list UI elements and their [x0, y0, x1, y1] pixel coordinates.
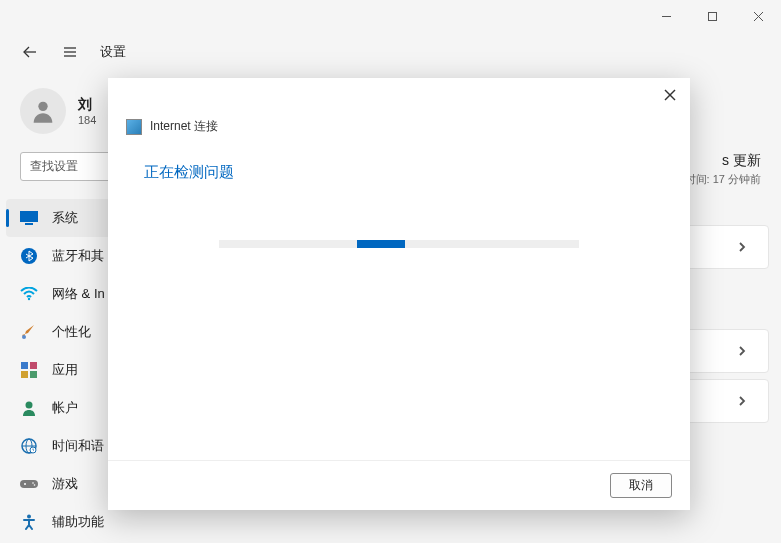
- account-icon: [20, 399, 38, 417]
- window-maximize-button[interactable]: [689, 0, 735, 32]
- dialog-status-text: 正在检测问题: [108, 141, 690, 182]
- window-minimize-button[interactable]: [643, 0, 689, 32]
- svg-rect-16: [21, 371, 28, 378]
- dialog-footer: 取消: [108, 460, 690, 510]
- system-icon: [20, 209, 38, 227]
- wifi-icon: [20, 285, 38, 303]
- globe-icon: [20, 437, 38, 455]
- page-title: 设置: [100, 43, 126, 61]
- sidebar-item-label: 网络 & In: [52, 285, 105, 303]
- chevron-right-icon: [736, 395, 748, 407]
- chevron-right-icon: [736, 345, 748, 357]
- apps-icon: [20, 361, 38, 379]
- svg-line-24: [33, 450, 34, 451]
- svg-point-29: [27, 515, 31, 519]
- cancel-button[interactable]: 取消: [610, 473, 672, 498]
- user-name: 刘: [78, 96, 96, 114]
- svg-rect-1: [708, 12, 716, 20]
- svg-point-28: [34, 484, 36, 486]
- svg-point-18: [26, 402, 33, 409]
- sidebar-item-label: 时间和语: [52, 437, 104, 455]
- header: 设置: [0, 32, 781, 72]
- svg-rect-10: [25, 223, 33, 225]
- sidebar-item-label: 帐户: [52, 399, 78, 417]
- progress-bar-indicator: [357, 240, 405, 248]
- svg-point-12: [28, 298, 30, 300]
- menu-button[interactable]: [60, 44, 80, 60]
- svg-rect-25: [20, 480, 38, 488]
- sidebar-item-label: 应用: [52, 361, 78, 379]
- svg-point-26: [24, 483, 26, 485]
- window-close-button[interactable]: [735, 0, 781, 32]
- avatar: [20, 88, 66, 134]
- back-button[interactable]: [20, 44, 40, 60]
- dialog-close-button[interactable]: [664, 88, 676, 104]
- svg-rect-14: [21, 362, 28, 369]
- svg-rect-15: [30, 362, 37, 369]
- svg-point-8: [38, 102, 47, 111]
- dialog-header: Internet 连接: [108, 78, 690, 141]
- troubleshooter-icon: [126, 119, 142, 135]
- sidebar-item-label: 个性化: [52, 323, 91, 341]
- sidebar-item-label: 辅助功能: [52, 513, 104, 531]
- chevron-right-icon: [736, 241, 748, 253]
- sidebar-item-label: 系统: [52, 209, 78, 227]
- accessibility-icon: [20, 513, 38, 531]
- bluetooth-icon: [20, 247, 38, 265]
- brush-icon: [20, 323, 38, 341]
- user-id: 184: [78, 114, 96, 126]
- window-titlebar: [0, 0, 781, 32]
- gaming-icon: [20, 475, 38, 493]
- svg-point-13: [22, 335, 26, 339]
- svg-rect-17: [30, 371, 37, 378]
- svg-point-27: [32, 482, 34, 484]
- dialog-title: Internet 连接: [150, 118, 218, 135]
- sidebar-item-label: 蓝牙和其: [52, 247, 104, 265]
- svg-rect-9: [20, 211, 38, 222]
- troubleshooter-dialog: Internet 连接 正在检测问题 取消: [108, 78, 690, 510]
- progress-bar-track: [219, 240, 579, 248]
- sidebar-item-label: 游戏: [52, 475, 78, 493]
